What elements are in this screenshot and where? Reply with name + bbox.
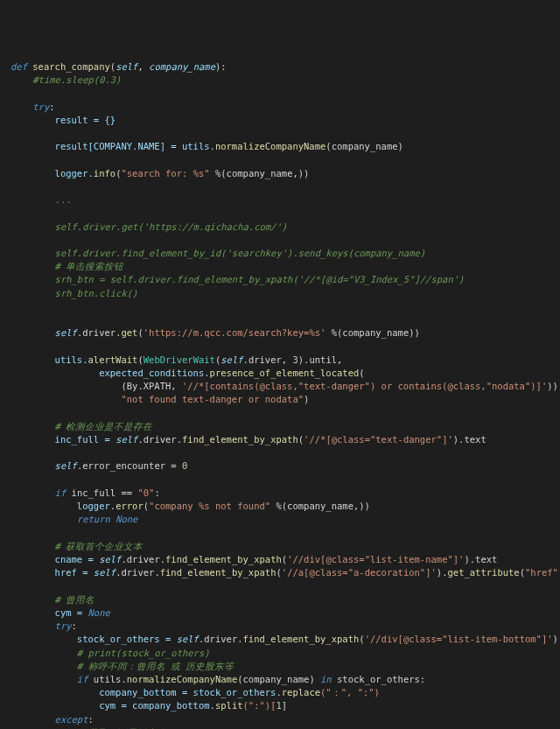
- stmt: company_bottom = stock_or_others.replace…: [99, 687, 380, 697]
- kw-try: try: [55, 620, 72, 631]
- stmt: logger.error("company %s not found" %(co…: [77, 501, 370, 511]
- stmt: logger.info("search for: %s" %(company_n…: [55, 168, 310, 179]
- comment: # 称呼不同：曾用名 或 历史股东等: [77, 661, 234, 671]
- comment: # 检测企业是不是存在: [55, 421, 153, 431]
- comment: ...: [55, 194, 72, 205]
- comment: # 获取首个企业文本: [55, 541, 144, 551]
- comment: # 曾用名: [55, 594, 95, 605]
- comment: self.driver.find_element_by_id('searchke…: [55, 248, 426, 258]
- stmt: result[COMPANY.NAME] = utils.normalizeCo…: [55, 141, 403, 151]
- comment: srh_btn = self.driver.find_element_by_xp…: [55, 274, 465, 284]
- stmt: if inc_full == "0":: [55, 487, 160, 498]
- stmt: cym = company_bottom.split(":")[1]: [99, 700, 287, 711]
- kw-try: try: [32, 102, 49, 112]
- stmt: cym = None: [55, 607, 110, 618]
- stmt: self.error_encounter = 0: [55, 460, 188, 471]
- param-company-name: company_name: [149, 61, 215, 72]
- stmt: stock_or_others = self.driver.find_eleme…: [77, 634, 560, 644]
- stmt: inc_full = self.driver.find_element_by_x…: [55, 434, 486, 445]
- stmt: self.driver.get('https://m.qcc.com/searc…: [55, 327, 420, 338]
- kw-except: except: [55, 714, 88, 725]
- comment: srh_btn.click(): [55, 288, 138, 298]
- stmt: if utils.normalizeCompanyName(company_na…: [77, 674, 425, 684]
- kw-def: def: [10, 61, 27, 72]
- stmt: href = self.driver.find_element_by_xpath…: [55, 567, 560, 578]
- stmt: return None: [77, 514, 138, 524]
- fn-name: search_company: [32, 61, 110, 72]
- code-block: def search_company(self, company_name): …: [10, 60, 550, 729]
- comment: # print(stock_or_others): [77, 648, 210, 658]
- stmt: result = {}: [55, 115, 116, 125]
- stmt: expected_conditions.presence_of_element_…: [99, 368, 364, 378]
- str: "not found text-danger or nodata": [121, 394, 304, 404]
- comment: #time.sleep(0.3): [32, 74, 121, 85]
- comment: # 单击搜索按钮: [55, 261, 124, 271]
- comment: self.driver.get('https://m.qichacha.com/…: [55, 221, 288, 232]
- stmt: (By.XPATH, '//*[contains(@class,"text-da…: [121, 381, 560, 391]
- param-self: self: [116, 61, 137, 72]
- stmt: utils.alertWait(WebDriverWait(self.drive…: [55, 354, 343, 365]
- stmt: cname = self.driver.find_element_by_xpat…: [55, 554, 498, 564]
